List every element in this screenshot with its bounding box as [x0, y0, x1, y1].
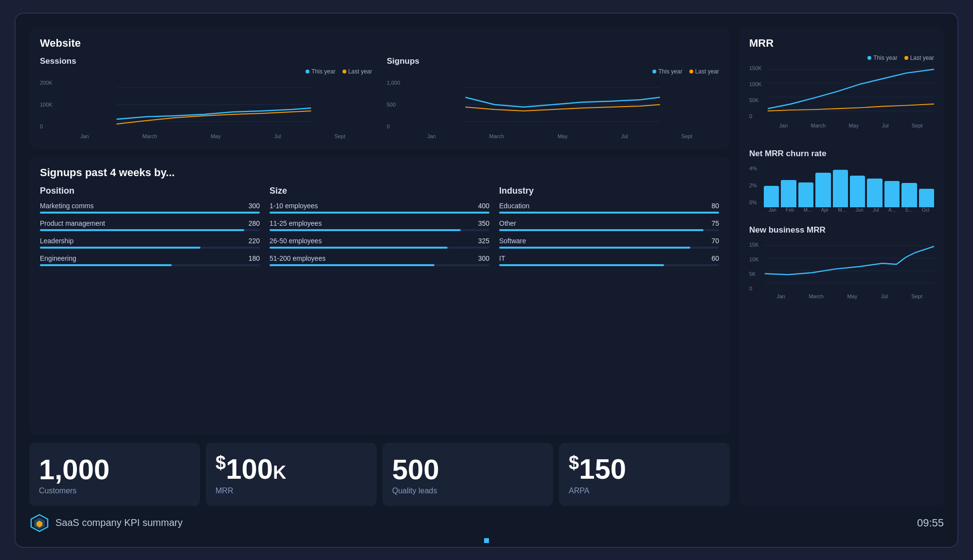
industry-value-1: 75: [711, 219, 719, 227]
kpi-leads-label: Quality leads: [392, 487, 543, 495]
industry-item-0: Education 80: [499, 202, 719, 214]
signups-this-year-dot: [652, 70, 656, 73]
website-title: Website: [40, 37, 719, 50]
new-mrr-svg: [765, 240, 934, 293]
footer-title: SaaS company KPI summary: [55, 517, 182, 528]
size-item-2: 26-50 employees 325: [270, 237, 489, 249]
position-column: Position Marketing comms 300 Product man…: [40, 186, 260, 272]
industry-item-3: IT 60: [499, 254, 719, 266]
position-value-3: 180: [249, 254, 260, 262]
industry-label-3: IT: [499, 254, 505, 262]
signups-y-labels: 1,000 500 0: [387, 78, 404, 131]
sessions-last-year-legend: Last year: [342, 68, 372, 75]
signups-chart: Signups This year Last year: [387, 56, 719, 139]
signups-breakdown-card: Signups past 4 weeks by... Position Mark…: [29, 157, 730, 435]
kpi-arpa-label: ARPA: [569, 487, 720, 495]
new-business-title: New business MRR: [749, 225, 934, 235]
churn-bar-6: [867, 179, 882, 207]
industry-title: Industry: [499, 186, 719, 196]
sessions-this-year-legend: This year: [306, 68, 335, 75]
churn-y-labels: 4% 2% 0%: [749, 163, 762, 207]
churn-bar-1: [781, 180, 796, 207]
kpi-mrr-label: MRR: [216, 487, 367, 495]
mrr-y-labels: 150K 100K 50K 0: [749, 63, 766, 122]
industry-column: Industry Education 80 Other 75: [499, 186, 719, 272]
size-title: Size: [270, 186, 489, 196]
signups-last-year-legend: Last year: [689, 68, 719, 75]
position-item-3: Engineering 180: [40, 254, 260, 266]
mrr-section: MRR This year Last year 150K 100K: [749, 37, 934, 128]
size-label-0: 1-10 employees: [270, 202, 318, 210]
footer-time: 09:55: [917, 517, 944, 529]
sessions-chart-wrapper: 200K 100K 0: [40, 78, 372, 131]
position-label-2: Leadership: [40, 237, 73, 245]
new-mrr-x-labels: Jan March May Jul Sept: [749, 293, 934, 299]
churn-bar-5: [850, 176, 865, 207]
industry-value-3: 60: [711, 254, 719, 262]
mrr-svg-container: [768, 63, 934, 122]
kpi-customers-number: 1,000: [39, 455, 190, 484]
churn-bars-container: [764, 163, 934, 207]
industry-label-2: Software: [499, 237, 526, 245]
position-label-1: Product management: [40, 219, 105, 227]
kpi-mrr: $100K MRR: [206, 443, 377, 506]
kpi-customers-label: Customers: [39, 487, 190, 495]
kpi-leads-number: 500: [392, 455, 543, 484]
signups-last-year-dot: [689, 70, 693, 73]
new-mrr-y-labels: 15K 10K 5K 0: [749, 240, 763, 293]
new-business-mrr-section: New business MRR 15K 10K 5K 0: [749, 218, 934, 496]
kpi-arpa: $150 ARPA: [559, 443, 730, 506]
mrr-chart-area: 150K 100K 50K 0: [749, 63, 934, 122]
industry-label-1: Other: [499, 219, 516, 227]
sessions-svg-container: [55, 78, 372, 131]
sessions-svg: [55, 78, 372, 131]
kpi-leads: 500 Quality leads: [382, 443, 553, 506]
sessions-this-year-dot: [306, 70, 309, 73]
signups-legend: This year Last year: [652, 68, 719, 75]
mrr-svg: [768, 63, 934, 122]
industry-value-2: 70: [711, 237, 719, 245]
signups-this-year-legend: This year: [652, 68, 682, 75]
left-panel: Website Sessions This year: [29, 27, 730, 506]
churn-bar-4: [833, 170, 848, 207]
position-value-0: 300: [249, 202, 260, 210]
industry-item-1: Other 75: [499, 219, 719, 231]
footer-logo: SaaS company KPI summary: [29, 513, 182, 533]
sessions-legend: This year Last year: [306, 68, 372, 75]
new-mrr-svg-container: [765, 240, 934, 293]
bottom-indicator: [484, 538, 489, 543]
charts-row: Sessions This year Last year: [40, 56, 719, 139]
churn-bar-3: [815, 173, 830, 207]
size-column: Size 1-10 employees 400 11-25 employees: [270, 186, 489, 272]
signups-breakdown-title: Signups past 4 weeks by...: [40, 166, 719, 179]
kpi-row: 1,000 Customers $100K MRR 500 Quality le…: [29, 443, 730, 506]
position-label-3: Engineering: [40, 254, 76, 262]
kpi-mrr-number: $100K: [216, 453, 367, 483]
signups-chart-wrapper: 1,000 500 0: [387, 78, 719, 131]
mrr-x-labels: Jan March May Jul Sept: [749, 123, 934, 128]
position-value-1: 280: [249, 219, 260, 227]
footer: SaaS company KPI summary 09:55: [29, 506, 944, 533]
sessions-x-labels: Jan March May Jul Sept: [40, 133, 372, 139]
screen: Website Sessions This year: [15, 13, 958, 548]
mrr-title: MRR: [749, 37, 934, 50]
signups-svg-container: [406, 78, 719, 131]
signups-x-labels: Jan March May Jul Sept: [387, 133, 719, 139]
size-value-2: 325: [478, 237, 489, 245]
size-item-3: 51-200 employees 300: [270, 254, 489, 266]
right-panel: MRR This year Last year 150K 100K: [739, 27, 944, 506]
churn-bar-8: [901, 183, 917, 207]
sessions-last-year-dot: [342, 70, 346, 73]
size-value-3: 300: [478, 254, 489, 262]
new-mrr-chart-area: 15K 10K 5K 0: [749, 240, 934, 293]
position-item-0: Marketing comms 300: [40, 202, 260, 214]
churn-bar-0: [764, 186, 779, 207]
sessions-y-labels: 200K 100K 0: [40, 78, 54, 131]
signups-grid: Position Marketing comms 300 Product man…: [40, 186, 719, 272]
churn-bar-2: [798, 182, 813, 207]
mrr-last-year-legend: Last year: [904, 54, 934, 61]
size-value-0: 400: [478, 202, 489, 210]
mrr-legend: This year Last year: [749, 54, 934, 61]
logo-icon: [29, 513, 50, 533]
size-item-1: 11-25 employees 350: [270, 219, 489, 231]
